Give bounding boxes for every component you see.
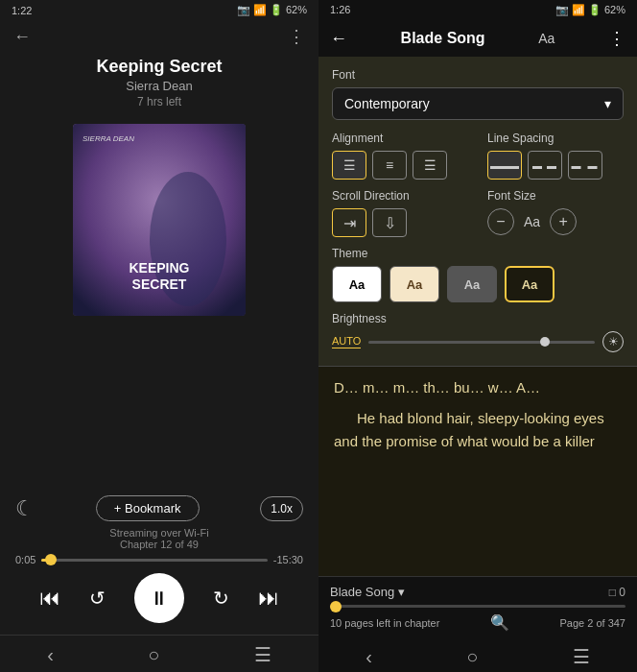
bottom-chevron-icon: ▾ (398, 585, 405, 599)
brightness-track[interactable] (368, 341, 595, 344)
left-status-bar: 1:22 📷 📶 🔋 62% (0, 0, 318, 20)
streaming-info: Streaming over Wi-Fi Chapter 12 of 49 (15, 527, 303, 550)
skip-forward-button[interactable]: ⏭ (258, 586, 279, 611)
left-title-area: Keeping Secret Sierra Dean 7 hrs left (96, 57, 222, 108)
right-time: 1:26 (330, 4, 350, 16)
brightness-section: Brightness AUTO ☀ (332, 312, 624, 352)
playback-controls: ⏮ ↺ ⏸ ↻ ⏭ (15, 565, 303, 631)
right-nav-home-icon[interactable]: ○ (466, 646, 478, 668)
alignment-section: Alignment ☰ ≡ ☰ (332, 132, 468, 180)
align-left-button[interactable]: ☰ (332, 151, 366, 180)
page-count: □ 0 (609, 586, 625, 599)
scroll-fontsize-row: Scroll Direction ⇥ ⇩ Font Size − Aa + (332, 189, 624, 237)
skip-back-button[interactable]: ⏮ (39, 586, 60, 611)
right-status-bar: 1:26 📷 📶 🔋 62% (318, 0, 637, 20)
bottom-book-row: Blade Song ▾ □ 0 (330, 585, 625, 599)
right-progress-thumb (330, 601, 342, 612)
scroll-label: Scroll Direction (332, 189, 468, 203)
right-menu-button[interactable]: ⋮ (608, 28, 625, 49)
forward-button[interactable]: ↻ (213, 587, 229, 610)
book-content: D… m… m… th… bu… w… A… He had blond hair… (318, 367, 637, 576)
theme-section: Theme Aa Aa Aa Aa (332, 247, 624, 302)
svg-text:SIERRA DEAN: SIERRA DEAN (83, 134, 134, 143)
left-bottom-nav: ‹ ○ ☰ (0, 635, 318, 672)
theme-gray-button[interactable]: Aa (447, 266, 497, 302)
svg-text:KEEPING: KEEPING (129, 260, 189, 276)
play-pause-button[interactable]: ⏸ (134, 573, 184, 623)
theme-light-button[interactable]: Aa (332, 266, 382, 302)
nav-back-icon[interactable]: ‹ (47, 644, 54, 666)
brightness-thumb (540, 337, 550, 347)
book-author: Sierra Dean (96, 79, 222, 93)
font-size-decrease-button[interactable]: − (487, 208, 514, 235)
progress-area: 0:05 -15:30 (15, 554, 303, 565)
font-size-row: − Aa + (487, 208, 624, 235)
theme-sepia-button[interactable]: Aa (389, 266, 439, 302)
font-dropdown[interactable]: Contemporary ▾ (332, 87, 624, 120)
book-cover: SIERRA DEAN KEEPING SECRET (73, 124, 246, 316)
bottom-controls: ☾ + Bookmark 1.0x Streaming over Wi-Fi C… (0, 484, 318, 635)
control-row-1: ☾ + Bookmark 1.0x (15, 495, 303, 521)
right-bottom-bar: Blade Song ▾ □ 0 10 pages left in chapte… (318, 576, 637, 639)
bottom-info-row: 10 pages left in chapter 🔍 Page 2 of 347 (330, 613, 625, 632)
font-size-section: Font Size − Aa + (487, 189, 624, 237)
brightness-row: AUTO ☀ (332, 331, 624, 352)
dropdown-chevron-icon: ▾ (604, 96, 611, 111)
scroll-vertical-button[interactable]: ⇩ (372, 208, 407, 237)
spacing-wide-button[interactable]: ▬ ▬ (568, 151, 602, 180)
theme-dark-button[interactable]: Aa (505, 266, 554, 302)
line-spacing-label: Line Spacing (487, 132, 624, 145)
right-title: Blade Song (401, 30, 485, 47)
right-status-icons: 📷 📶 🔋 62% (555, 4, 625, 16)
book-title: Keeping Secret (96, 57, 222, 77)
spacing-compact-button[interactable]: ▬▬▬ (487, 151, 522, 180)
font-label: Font (332, 68, 624, 82)
left-top-bar: ← ⋮ (0, 20, 318, 53)
right-panel: 1:26 📷 📶 🔋 62% ← Blade Song Aa ⋮ Font Co… (318, 0, 637, 672)
settings-popup: Font Contemporary ▾ Alignment ☰ ≡ ☰ Line… (318, 57, 637, 367)
right-progress-track[interactable] (330, 605, 625, 608)
pages-left: 10 pages left in chapter (330, 617, 439, 629)
brightness-icon[interactable]: ☀ (602, 331, 624, 352)
alignment-label: Alignment (332, 132, 468, 145)
svg-text:SECRET: SECRET (132, 276, 187, 292)
align-right-button[interactable]: ☰ (413, 151, 447, 180)
content-paragraph-1: D… m… m… th… bu… w… A… (334, 376, 622, 399)
right-nav-menu-icon[interactable]: ☰ (573, 645, 590, 668)
right-back-button[interactable]: ← (330, 29, 347, 49)
left-time: 1:22 (12, 5, 32, 16)
left-menu-button[interactable]: ⋮ (288, 26, 305, 47)
spacing-normal-button[interactable]: ▬ ▬ (528, 151, 562, 180)
nav-home-icon[interactable]: ○ (148, 644, 159, 666)
font-size-increase-button[interactable]: + (550, 208, 577, 235)
line-spacing-section: Line Spacing ▬▬▬ ▬ ▬ ▬ ▬ (487, 132, 624, 180)
scroll-direction-section: Scroll Direction ⇥ ⇩ (332, 189, 468, 237)
align-spacing-row: Alignment ☰ ≡ ☰ Line Spacing ▬▬▬ ▬ ▬ ▬ ▬ (332, 132, 624, 180)
progress-thumb (45, 554, 57, 565)
progress-track[interactable] (41, 559, 267, 562)
font-size-aa: Aa (524, 214, 540, 229)
theme-label: Theme (332, 247, 624, 260)
page-of: Page 2 of 347 (559, 617, 625, 629)
font-selected: Contemporary (344, 96, 430, 111)
right-nav-back-icon[interactable]: ‹ (366, 646, 372, 668)
search-button[interactable]: 🔍 (490, 613, 509, 632)
left-status-icons: 📷 📶 🔋 62% (237, 4, 307, 16)
moon-button[interactable]: ☾ (15, 496, 35, 521)
left-back-button[interactable]: ← (13, 27, 31, 47)
left-panel: 1:22 📷 📶 🔋 62% ← ⋮ Keeping Secret Sierra… (0, 0, 318, 672)
nav-menu-icon[interactable]: ☰ (254, 643, 271, 666)
scroll-horizontal-button[interactable]: ⇥ (332, 208, 366, 237)
bookmark-button[interactable]: + Bookmark (96, 495, 200, 521)
auto-label: AUTO (332, 335, 361, 348)
rewind-button[interactable]: ↺ (89, 587, 106, 610)
right-bottom-nav: ‹ ○ ☰ (318, 639, 637, 672)
line-spacing-buttons: ▬▬▬ ▬ ▬ ▬ ▬ (487, 151, 624, 180)
align-center-button[interactable]: ≡ (372, 151, 407, 180)
bottom-book-title[interactable]: Blade Song ▾ (330, 585, 405, 599)
right-aa-label[interactable]: Aa (538, 31, 554, 46)
content-paragraph-2: He had blond hair, sleepy-looking eyes a… (334, 407, 622, 453)
speed-button[interactable]: 1.0x (260, 496, 303, 521)
brightness-label: Brightness (332, 312, 624, 325)
right-top-bar: ← Blade Song Aa ⋮ (318, 20, 637, 57)
